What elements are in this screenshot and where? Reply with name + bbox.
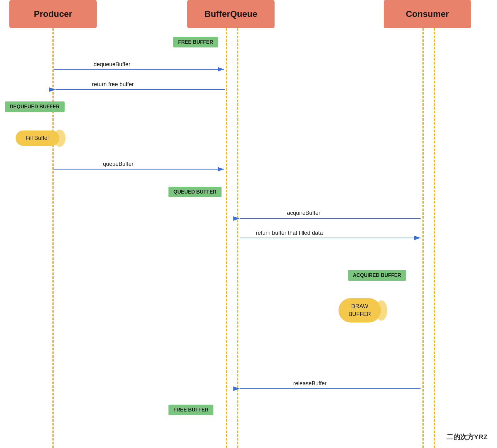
bufferqueue-label: BufferQueue — [204, 9, 257, 19]
watermark-chinese: 二的次方 — [446, 433, 474, 441]
label-return-filled: return buffer that filled data — [256, 230, 323, 236]
draw-buffer-pill: DRAWBUFFER — [339, 298, 387, 322]
state-dequeued-buffer: DEQUEUED BUFFER — [5, 101, 65, 112]
watermark: 二的次方YRZ — [446, 432, 488, 442]
bufferqueue-lifeline2 — [237, 28, 238, 448]
actor-bufferqueue: BufferQueue — [187, 0, 275, 28]
label-acquire: acquireBuffer — [287, 210, 320, 216]
bufferqueue-lifeline1 — [226, 28, 227, 448]
fill-buffer-label: Fill Buffer — [26, 135, 49, 141]
consumer-label: Consumer — [406, 9, 449, 19]
producer-lifeline — [52, 28, 54, 448]
consumer-lifeline1 — [422, 28, 424, 448]
label-return-free: return free buffer — [92, 81, 134, 88]
diagram-container: Producer BufferQueue Consumer FREE BUFFE… — [0, 0, 497, 448]
watermark-english: YRZ — [474, 433, 488, 441]
actor-producer: Producer — [9, 0, 97, 28]
state-acquired-buffer: ACQUIRED BUFFER — [348, 270, 406, 281]
state-free-buffer-1: FREE BUFFER — [173, 37, 218, 47]
label-queue: queueBuffer — [103, 161, 134, 167]
state-free-buffer-2: FREE BUFFER — [168, 405, 213, 415]
draw-buffer-label: DRAWBUFFER — [348, 303, 371, 317]
fill-buffer-pill: Fill Buffer — [16, 130, 66, 147]
actor-consumer: Consumer — [384, 0, 471, 28]
label-release: releaseBuffer — [293, 380, 327, 387]
label-dequeue: dequeueBuffer — [94, 61, 130, 68]
consumer-lifeline2 — [434, 28, 435, 448]
producer-label: Producer — [34, 9, 72, 19]
state-queued-buffer: QUEUED BUFFER — [168, 187, 222, 197]
